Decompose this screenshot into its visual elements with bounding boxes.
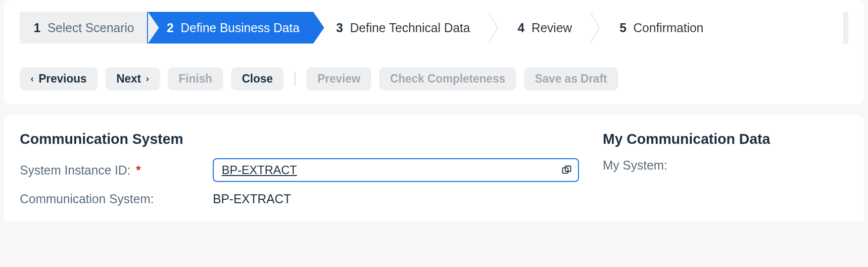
header-panel: 1 Select Scenario 2 Define Business Data… [4,0,864,104]
wizard-roadmap: 1 Select Scenario 2 Define Business Data… [20,12,848,44]
wizard-separator [586,12,606,44]
button-label: Close [242,72,273,86]
wizard-tail [843,12,848,44]
wizard-step-label: Confirmation [633,21,704,35]
wizard-step-label: Define Business Data [181,21,299,35]
wizard-step-number: 5 [620,21,627,35]
value-help-icon[interactable] [560,164,573,177]
preview-button: Preview [306,67,371,90]
communication-system-section: Communication System System Instance ID:… [20,131,579,216]
wizard-step-4[interactable]: 4 Review [504,12,586,44]
field-label: Communication System: [20,192,213,206]
save-as-draft-button: Save as Draft [524,67,618,90]
previous-button[interactable]: ‹ Previous [20,67,97,90]
section-title: My Communication Data [603,131,848,147]
communication-system-value: BP-EXTRACT [213,192,291,206]
button-label: Finish [179,72,212,86]
button-label: Check Completeness [390,72,505,86]
wizard-separator [484,12,504,44]
button-label: Save as Draft [535,72,607,86]
wizard-step-number: 4 [518,21,525,35]
system-instance-id-input[interactable] [221,163,560,178]
wizard-step-label: Review [531,21,572,35]
section-title: Communication System [20,131,579,147]
system-instance-id-input-wrap[interactable] [213,158,579,182]
wizard-step-number: 1 [34,21,41,35]
wizard-step-number: 2 [167,21,174,35]
wizard-step-label: Select Scenario [48,21,134,35]
required-indicator: * [136,163,141,177]
wizard-step-1[interactable]: 1 Select Scenario [20,12,148,44]
toolbar: ‹ Previous Next › Finish Close Preview C… [20,67,848,90]
content-panel: Communication System System Instance ID:… [4,115,864,221]
finish-button: Finish [168,67,223,90]
chevron-right-icon [148,12,159,44]
wizard-step-number: 3 [336,21,343,35]
communication-system-row: Communication System: BP-EXTRACT [20,192,579,206]
close-button[interactable]: Close [231,67,284,90]
chevron-right-icon: › [146,74,149,84]
chevron-left-icon: ‹ [31,74,34,84]
system-instance-id-row: System Instance ID: * [20,158,579,182]
wizard-step-label: Define Technical Data [350,21,470,35]
button-label: Previous [39,72,87,86]
my-system-row: My System: [603,158,848,173]
toolbar-divider [294,72,295,86]
wizard-step-5[interactable]: 5 Confirmation [606,12,718,44]
field-label: My System: [603,158,668,173]
next-button[interactable]: Next › [105,67,160,90]
wizard-step-2[interactable]: 2 Define Business Data [147,12,313,44]
check-completeness-button: Check Completeness [379,67,516,90]
wizard-step-3[interactable]: 3 Define Technical Data [313,12,484,44]
chevron-right-icon [313,12,324,44]
button-label: Next [116,72,141,86]
my-communication-data-section: My Communication Data My System: [603,131,848,216]
field-label: System Instance ID: * [20,163,213,178]
button-label: Preview [317,72,360,86]
